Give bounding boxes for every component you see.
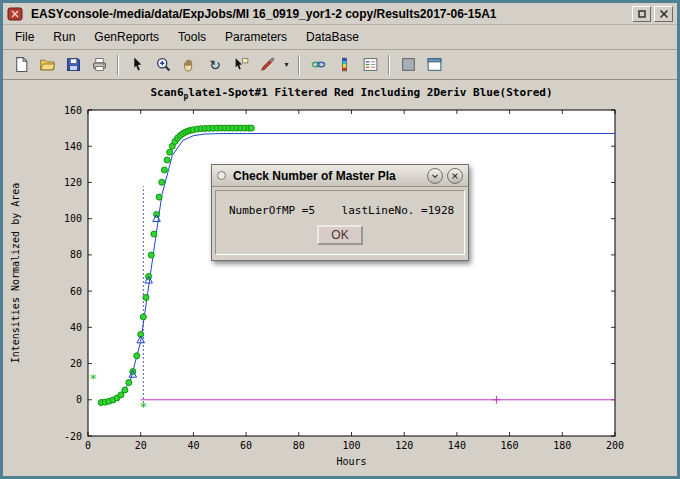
dialog-ok-button[interactable]: OK (317, 225, 363, 245)
svg-text:Intensities Normalized by Area: Intensities Normalized by Area (10, 183, 21, 364)
zoom-in-icon[interactable] (151, 53, 175, 77)
svg-text:*: * (89, 371, 97, 386)
svg-text:80: 80 (293, 440, 305, 451)
hide-plot-tools-icon[interactable] (396, 53, 420, 77)
svg-text:*: * (139, 399, 147, 414)
svg-text:60: 60 (240, 440, 252, 451)
chart-title-rest: late1-Spot#1 Filtered Red Including 2Der… (188, 86, 552, 99)
svg-text:120: 120 (395, 440, 413, 451)
dock-figure-icon[interactable] (422, 53, 446, 77)
svg-text:140: 140 (64, 141, 82, 152)
svg-text:160: 160 (501, 440, 519, 451)
iconify-icon (637, 9, 647, 19)
print-icon[interactable] (87, 53, 111, 77)
svg-text:40: 40 (187, 440, 199, 451)
open-folder-icon[interactable] (35, 53, 59, 77)
svg-text:Hours: Hours (336, 456, 366, 467)
dialog-check-number-of-master-plates: Check Number of Master Pla NumberOfMP =5… (211, 164, 469, 261)
dialog-window-icon (217, 171, 226, 180)
figure-area: 020406080100120140160180200-200204060801… (3, 80, 677, 476)
svg-text:100: 100 (342, 440, 360, 451)
menu-database[interactable]: DataBase (306, 30, 359, 44)
brush-menu-caret-icon[interactable]: ▾ (281, 53, 292, 77)
app-window: EASYconsole-/media/data/ExpJobs/MI 16_09… (0, 0, 680, 479)
iconify-button[interactable] (632, 6, 651, 22)
dialog-shade-button[interactable] (427, 168, 443, 184)
rotate-glyph: ↻ (209, 58, 221, 72)
dialog-body: NumberOfMP =5 lastLineNo. =1928 OK (215, 190, 465, 255)
svg-text:100: 100 (64, 213, 82, 224)
svg-text:0: 0 (85, 440, 91, 451)
svg-text:120: 120 (64, 177, 82, 188)
svg-text:180: 180 (553, 440, 571, 451)
chart-title-pre: Scan6 (150, 86, 183, 99)
close-button[interactable] (654, 6, 673, 22)
svg-text:20: 20 (70, 358, 82, 369)
window-titlebar[interactable]: EASYconsole-/media/data/ExpJobs/MI 16_09… (3, 3, 677, 25)
rotate-3d-icon[interactable]: ↻ (203, 53, 227, 77)
svg-text:20: 20 (135, 440, 147, 451)
menu-file[interactable]: File (15, 30, 34, 44)
chart-title: Scan6plate1-Spot#1 Filtered Red Includin… (88, 86, 615, 101)
dialog-close-button[interactable] (447, 168, 463, 184)
dialog-title: Check Number of Master Pla (233, 169, 423, 183)
menu-run[interactable]: Run (53, 30, 75, 44)
dialog-titlebar[interactable]: Check Number of Master Pla (212, 165, 468, 187)
chevron-down-icon (430, 171, 440, 181)
toolbar-separator (298, 55, 300, 75)
toolbar-separator (388, 55, 390, 75)
svg-text:60: 60 (70, 286, 82, 297)
save-icon[interactable] (61, 53, 85, 77)
window-menu-icon[interactable] (7, 7, 23, 21)
menu-parameters[interactable]: Parameters (225, 30, 287, 44)
link-plots-icon[interactable] (306, 53, 330, 77)
svg-text:80: 80 (70, 249, 82, 260)
data-cursor-icon[interactable] (229, 53, 253, 77)
menubar: File Run GenReports Tools Parameters Dat… (3, 25, 677, 50)
svg-text:140: 140 (448, 440, 466, 451)
plot-canvas[interactable]: 020406080100120140160180200-200204060801… (3, 80, 677, 476)
insert-legend-icon[interactable] (358, 53, 382, 77)
pan-hand-icon[interactable] (177, 53, 201, 77)
window-title: EASYconsole-/media/data/ExpJobs/MI 16_09… (31, 7, 629, 21)
dialog-message: NumberOfMP =5 lastLineNo. =1928 (216, 191, 464, 217)
svg-text:0: 0 (76, 394, 82, 405)
svg-text:-20: -20 (64, 431, 82, 442)
menu-genreports[interactable]: GenReports (94, 30, 159, 44)
svg-text:40: 40 (70, 322, 82, 333)
brush-icon[interactable] (255, 53, 279, 77)
figure-toolbar: ↻ ▾ (3, 50, 677, 80)
toolbar-separator (117, 55, 119, 75)
insert-colorbar-icon[interactable] (332, 53, 356, 77)
close-icon (659, 9, 669, 19)
new-file-icon[interactable] (9, 53, 33, 77)
menu-tools[interactable]: Tools (178, 30, 206, 44)
edit-plot-icon[interactable] (125, 53, 149, 77)
svg-text:160: 160 (64, 105, 82, 116)
svg-text:200: 200 (606, 440, 624, 451)
close-icon (450, 171, 460, 181)
